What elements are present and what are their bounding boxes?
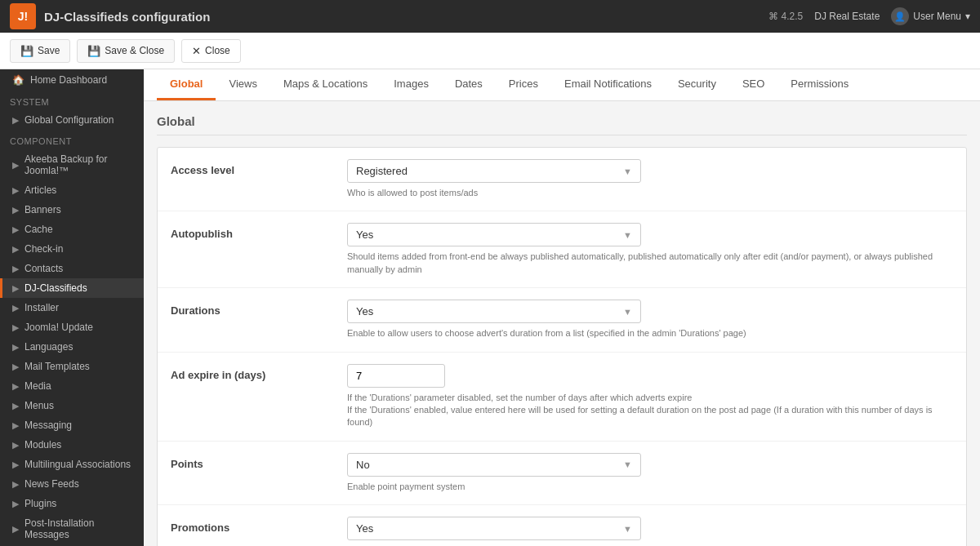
points-control: No ▼ Enable point payment system: [347, 453, 953, 493]
sidebar-item-label: Multilingual Associations: [24, 459, 131, 470]
sidebar-item-articles[interactable]: ▶ Articles: [0, 180, 144, 200]
config-row-access-level: Access level Registered ▼ Who is allowed…: [158, 148, 966, 211]
version-badge: ⌘ 4.2.5: [768, 11, 803, 22]
tab-images[interactable]: Images: [381, 69, 442, 100]
main-layout: 🏠 Home Dashboard System ▶ Global Configu…: [0, 69, 980, 546]
chevron-right-icon: ▶: [12, 244, 19, 255]
chevron-right-icon: ▶: [12, 264, 19, 274]
sidebar-item-languages[interactable]: ▶ Languages: [0, 337, 144, 357]
sidebar-item-label: Languages: [24, 341, 73, 353]
tab-email-notifications[interactable]: Email Notifications: [551, 69, 665, 100]
sidebar-item-media[interactable]: ▶ Media: [0, 376, 144, 396]
access-level-dropdown[interactable]: Registered ▼: [347, 159, 641, 183]
sidebar-item-home[interactable]: 🏠 Home Dashboard: [0, 69, 144, 91]
tab-security[interactable]: Security: [665, 69, 729, 100]
tab-maps-locations[interactable]: Maps & Locations: [270, 69, 381, 100]
sidebar-item-messaging[interactable]: ▶ Messaging: [0, 415, 144, 435]
sidebar-item-label: Messaging: [24, 419, 72, 431]
sidebar-item-label: Installer: [24, 302, 59, 313]
joomla-logo: J!: [10, 3, 36, 29]
sidebar-item-menus[interactable]: ▶ Menus: [0, 396, 144, 415]
dropdown-arrow-icon: ▼: [623, 459, 632, 469]
tab-permissions[interactable]: Permissions: [777, 69, 862, 100]
chevron-right-icon: ▶: [12, 479, 19, 490]
access-level-description: Who is allowed to post items/ads: [347, 187, 953, 199]
topbar-left: J! DJ-Classifieds configuration: [10, 3, 210, 29]
dropdown-arrow-icon: ▼: [623, 524, 632, 534]
chevron-right-icon: ▶: [12, 185, 19, 196]
config-card: Access level Registered ▼ Who is allowed…: [157, 147, 967, 546]
promotions-dropdown[interactable]: Yes ▼: [347, 517, 641, 540]
chevron-right-icon: ▶: [12, 459, 19, 470]
close-button[interactable]: ✕ Close: [181, 39, 241, 63]
chevron-right-icon: ▶: [12, 381, 19, 392]
sidebar-item-check-in[interactable]: ▶ Check-in: [0, 239, 144, 259]
sidebar-item-label: Plugins: [24, 498, 56, 509]
dropdown-arrow-icon: ▼: [623, 166, 632, 176]
chevron-right-icon: ▶: [12, 115, 19, 126]
sidebar-item-label: Modules: [24, 439, 61, 451]
autopublish-description: Should items added from front-end be alw…: [347, 251, 953, 276]
chevron-right-icon: ▶: [12, 205, 19, 215]
sidebar-item-label: Post-Installation Messages: [24, 517, 134, 540]
durations-control: Yes ▼ Enable to allow users to choose ad…: [347, 300, 953, 340]
chevron-right-icon: ▶: [12, 440, 19, 451]
save-label: Save: [38, 45, 60, 56]
ad-expire-input[interactable]: [347, 364, 445, 388]
chevron-right-icon: ▶: [12, 303, 19, 313]
sidebar-item-installer[interactable]: ▶ Installer: [0, 298, 144, 317]
dropdown-arrow-icon: ▼: [623, 230, 632, 240]
tab-views[interactable]: Views: [216, 69, 270, 100]
sidebar-item-label: Global Configuration: [24, 114, 114, 126]
sidebar-item-global-configuration[interactable]: ▶ Global Configuration: [0, 110, 144, 130]
user-menu-label: User Menu: [913, 11, 961, 22]
sidebar-item-joomla-update[interactable]: ▶ Joomla! Update: [0, 317, 144, 337]
durations-dropdown[interactable]: Yes ▼: [347, 300, 641, 323]
ad-expire-description: If the 'Durations' parameter disabled, s…: [347, 392, 953, 429]
sidebar-item-mail-templates[interactable]: ▶ Mail Templates: [0, 357, 144, 376]
tab-global[interactable]: Global: [157, 69, 216, 100]
user-menu[interactable]: 👤 User Menu ▾: [891, 7, 970, 25]
points-value: No: [356, 459, 370, 471]
sidebar-item-label: Media: [24, 380, 51, 392]
save-button[interactable]: 💾 Save: [10, 39, 70, 63]
sidebar-item-post-installation-messages[interactable]: ▶ Post-Installation Messages: [0, 513, 144, 544]
sidebar-item-banners[interactable]: ▶ Banners: [0, 200, 144, 220]
sidebar-item-label: Mail Templates: [24, 361, 90, 372]
sidebar-item-cache[interactable]: ▶ Cache: [0, 220, 144, 239]
autopublish-dropdown[interactable]: Yes ▼: [347, 223, 641, 246]
points-label: Points: [171, 453, 334, 470]
save-close-button[interactable]: 💾 Save & Close: [77, 39, 175, 63]
sidebar-item-dj-classifieds[interactable]: ▶ DJ-Classifieds: [0, 278, 144, 298]
sidebar-item-label: Articles: [24, 184, 56, 196]
sidebar-item-label: Akeeba Backup for Joomla!™: [24, 153, 134, 176]
access-level-label: Access level: [171, 159, 334, 176]
sidebar-item-news-feeds[interactable]: ▶ News Feeds: [0, 474, 144, 494]
save-close-icon: 💾: [87, 45, 100, 57]
chevron-right-icon: ▶: [12, 499, 19, 509]
app-title: DJ-Classifieds configuration: [44, 10, 210, 24]
sidebar-item-label: News Feeds: [24, 478, 79, 490]
section-heading: Global: [157, 114, 967, 135]
promotions-control: Yes ▼ Allow users to attach Promotions t…: [347, 517, 953, 546]
points-dropdown[interactable]: No ▼: [347, 453, 641, 477]
tab-prices[interactable]: Prices: [496, 69, 551, 100]
chevron-right-icon: ▶: [12, 362, 19, 372]
topbar-right: ⌘ 4.2.5 DJ Real Estate 👤 User Menu ▾: [768, 7, 970, 25]
sidebar-item-akeeba[interactable]: ▶ Akeeba Backup for Joomla!™: [0, 149, 144, 180]
access-level-control: Registered ▼ Who is allowed to post item…: [347, 159, 953, 199]
chevron-right-icon: ▶: [12, 401, 19, 411]
sidebar-item-plugins[interactable]: ▶ Plugins: [0, 494, 144, 513]
sidebar-item-label: DJ-Classifieds: [24, 282, 87, 294]
sidebar-item-modules[interactable]: ▶ Modules: [0, 435, 144, 455]
sidebar-item-contacts[interactable]: ▶ Contacts: [0, 259, 144, 278]
tab-seo[interactable]: SEO: [729, 69, 777, 100]
config-row-autopublish: Autopublish Yes ▼ Should items added fro…: [158, 211, 966, 288]
tab-dates[interactable]: Dates: [442, 69, 496, 100]
sidebar-item-multilingual-associations[interactable]: ▶ Multilingual Associations: [0, 455, 144, 474]
autopublish-value: Yes: [356, 229, 373, 241]
chevron-right-icon: ▶: [12, 224, 19, 235]
ad-expire-label: Ad expire in (days): [171, 364, 334, 381]
sidebar: 🏠 Home Dashboard System ▶ Global Configu…: [0, 69, 144, 546]
chevron-right-icon: ▶: [12, 283, 19, 294]
